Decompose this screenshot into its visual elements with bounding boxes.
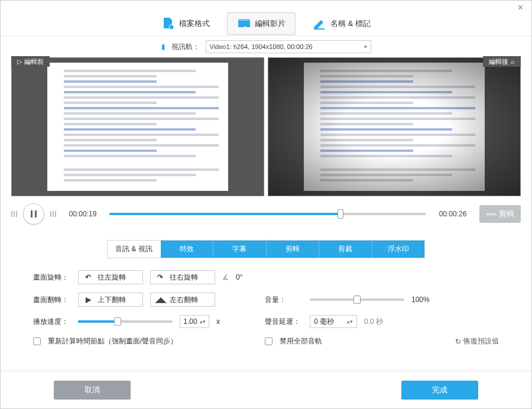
preview-after-pane[interactable] — [268, 57, 521, 196]
angle-icon: ∡ — [222, 273, 229, 281]
svg-rect-4 — [31, 210, 33, 218]
editor-window: × 檔案格式 編輯影片 名稱 & 標記 ▮ 視訊軌： Video1: h264,… — [0, 0, 532, 409]
current-time: 00:00:19 — [62, 210, 103, 218]
nav-label: 名稱 & 標記 — [330, 18, 371, 29]
svg-rect-2 — [238, 19, 250, 21]
ok-button[interactable]: 完成 — [401, 381, 478, 400]
top-nav: 檔案格式 編輯影片 名稱 & 標記 — [1, 11, 531, 36]
recalc-checkbox[interactable] — [33, 337, 41, 345]
rotate-label: 畫面旋轉： — [33, 272, 71, 283]
tab-watermark[interactable]: 浮水印 — [372, 241, 425, 258]
svg-rect-5 — [35, 210, 37, 218]
chevron-down-icon: ▾ — [364, 44, 367, 50]
track-icon: ▮ — [161, 43, 166, 51]
nav-file-format[interactable]: 檔案格式 — [151, 12, 220, 35]
footer: 取消 完成 — [1, 371, 531, 408]
total-time: 00:00:26 — [432, 210, 473, 218]
nav-label: 檔案格式 — [179, 18, 210, 29]
step-fwd-icon[interactable] — [50, 211, 56, 217]
video-track-select[interactable]: Video1: h264, 1904x1080, 00:00:26 ▾ — [206, 40, 371, 53]
play-icon: ▷ — [17, 58, 22, 66]
disable-tracks-checkbox[interactable] — [265, 337, 273, 345]
rotate-right-button[interactable]: ↷ 往右旋轉 — [150, 270, 215, 284]
rotate-left-icon: ↶ — [83, 273, 93, 281]
close-icon[interactable]: × — [518, 2, 523, 13]
angle-value: 0° — [236, 273, 242, 281]
preview-before-pane[interactable] — [11, 57, 264, 196]
scissors-icon: +✂ — [486, 210, 497, 219]
search-icon[interactable]: ⌕ — [511, 58, 515, 65]
delay-hint: 0.0 秒 — [364, 317, 383, 327]
settings-panel: 畫面旋轉： ↶ 往左旋轉 ↷ 往右旋轉 ∡ 0° 畫面翻轉： ▶ 上下翻轉 — [1, 258, 531, 361]
timeline-slider[interactable] — [109, 213, 426, 215]
refresh-icon: ↻ — [455, 337, 461, 346]
preview-before-label: ▷ 編輯前 — [11, 56, 50, 67]
settings-tabs: 音訊 & 視訊 特效 字幕 剪輯 剪裁 浮水印 — [107, 240, 425, 258]
volume-value: 100% — [411, 296, 430, 304]
flip-h-icon: ◢◣ — [155, 296, 165, 304]
nav-name-tag[interactable]: 名稱 & 標記 — [303, 12, 381, 35]
chevron-down-icon: ▴▾ — [347, 319, 353, 324]
rotate-left-button[interactable]: ↶ 往左旋轉 — [78, 270, 143, 284]
track-label: 視訊軌： — [171, 42, 200, 52]
video-track-row: ▮ 視訊軌： Video1: h264, 1904x1080, 00:00:26… — [1, 36, 531, 57]
tab-subtitle[interactable]: 字幕 — [213, 241, 267, 258]
rotate-right-icon: ↷ — [155, 273, 165, 281]
recalc-label: 重新計算時間節點（強制畫面/聲音同步） — [48, 336, 177, 346]
flip-v-icon: ▶ — [83, 296, 93, 304]
delay-label: 聲音延遲： — [265, 317, 303, 327]
pencil-tag-icon — [313, 17, 327, 31]
cancel-button[interactable]: 取消 — [54, 381, 131, 400]
timeline-row: 00:00:19 00:00:26 +✂ 剪輯 — [1, 196, 531, 232]
nav-edit-video[interactable]: 編輯影片 — [227, 12, 296, 35]
volume-label: 音量： — [265, 295, 303, 305]
pause-icon — [30, 210, 38, 218]
speed-unit: x — [216, 317, 220, 326]
tab-av[interactable]: 音訊 & 視訊 — [108, 241, 161, 258]
flip-label: 畫面翻轉： — [33, 295, 71, 305]
trim-button[interactable]: +✂ 剪輯 — [479, 205, 521, 223]
disable-tracks-label: 禁用全部音軌 — [280, 336, 322, 346]
preview-row — [1, 57, 531, 196]
volume-slider[interactable] — [310, 298, 404, 301]
restore-defaults-button[interactable]: ↻ 恢復預設值 — [455, 336, 499, 346]
flip-vertical-button[interactable]: ▶ 上下翻轉 — [78, 293, 143, 307]
play-pause-button[interactable] — [23, 203, 44, 225]
step-back-icon[interactable] — [11, 211, 17, 217]
tab-crop[interactable]: 剪裁 — [319, 241, 372, 258]
delay-select[interactable]: 0 毫秒 ▴▾ — [310, 315, 357, 328]
svg-rect-3 — [314, 28, 325, 30]
speed-value-input[interactable]: 1.00▴▾ — [180, 315, 209, 328]
flip-horizontal-button[interactable]: ◢◣ 左右翻轉 — [150, 293, 215, 307]
film-cut-icon — [237, 17, 251, 31]
svg-point-0 — [169, 25, 174, 30]
tab-trim[interactable]: 剪輯 — [267, 241, 320, 258]
document-gear-icon — [161, 17, 176, 31]
titlebar: × — [1, 1, 531, 11]
nav-label: 編輯影片 — [255, 18, 286, 29]
speed-slider[interactable] — [78, 320, 173, 323]
preview-after-label: 編輯後 ⌕ — [483, 56, 521, 67]
speed-label: 播放速度： — [33, 317, 71, 327]
tab-effect[interactable]: 特效 — [161, 241, 214, 258]
track-value: Video1: h264, 1904x1080, 00:00:26 — [210, 43, 313, 50]
